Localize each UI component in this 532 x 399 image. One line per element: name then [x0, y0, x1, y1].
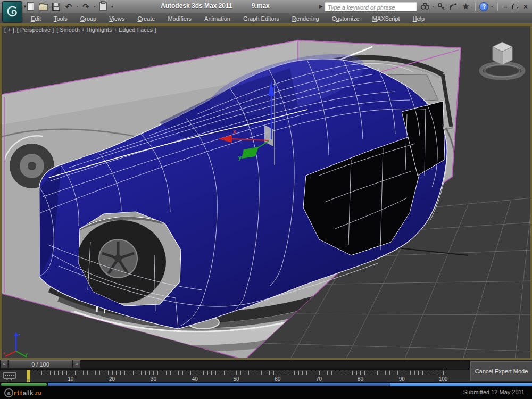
frame-tick-70: 70: [316, 376, 322, 382]
binoculars-icon: [421, 3, 429, 10]
clipboard-icon: [99, 2, 107, 11]
search-collapse-arrow[interactable]: ▶: [319, 4, 323, 9]
title-bar: ↶ ▪ ↷ ▪ ▾ Autodesk 3ds Max 2011 9.max ▶ …: [0, 0, 532, 13]
footer-bar: a rtt alk .ru Submitted 12 May 2011: [0, 387, 532, 399]
progress-strip: [0, 382, 532, 387]
progress-bright-blue-segment: [390, 383, 532, 386]
ruler-end-line: [443, 369, 470, 369]
new-document-icon: [27, 2, 34, 11]
key-icon: [437, 3, 445, 11]
watermark-part2: alk: [23, 389, 34, 397]
menu-item-graph-editors[interactable]: Graph Editors: [237, 14, 286, 23]
gizmo-y-label: y: [238, 154, 242, 161]
application-menu-button[interactable]: [2, 1, 22, 22]
menu-item-group[interactable]: Group: [74, 14, 103, 23]
redo-dropdown[interactable]: ▪: [94, 5, 95, 9]
search-input[interactable]: [325, 3, 417, 12]
tripod-x-label: x: [3, 351, 5, 355]
time-slider-handle[interactable]: 0 / 100: [9, 360, 72, 368]
search-button[interactable]: [420, 2, 430, 11]
gizmo-z-label: z: [273, 83, 277, 89]
frame-tick-20: 20: [109, 376, 115, 382]
frame-tick-90: 90: [399, 376, 405, 382]
menu-item-create[interactable]: Create: [131, 14, 161, 23]
document-name: 9.max: [252, 2, 270, 10]
cancel-expert-mode-button[interactable]: Cancel Expert Mode: [470, 361, 532, 381]
close-button[interactable]: ×: [522, 3, 529, 10]
previous-frame-button[interactable]: <: [1, 360, 8, 368]
time-slider-row: < 0 / 100 >: [0, 360, 532, 369]
frame-tick-10: 10: [68, 376, 73, 382]
undo-button[interactable]: ↶: [64, 2, 73, 11]
favorites-button[interactable]: ★: [461, 2, 470, 11]
redo-icon: ↷: [82, 3, 89, 11]
search-dropdown[interactable]: ▪: [433, 5, 434, 9]
frame-tick-40: 40: [192, 376, 198, 382]
watermark-part1: rtt: [14, 389, 23, 397]
save-floppy-icon: [52, 3, 60, 11]
communication-center-button[interactable]: [448, 2, 458, 11]
menu-item-customize[interactable]: Customize: [326, 14, 366, 23]
gizmo-x-label: x: [233, 128, 237, 135]
3dsmax-logo-icon: [4, 4, 20, 20]
frame-tick-30: 30: [151, 376, 156, 382]
menu-item-modifiers[interactable]: Modifiers: [161, 14, 198, 23]
viewport-scene[interactable]: z x y z x y: [0, 24, 532, 360]
watermark-circle-a: a: [4, 388, 13, 397]
tripod-y-label: y: [26, 352, 28, 356]
frame-tick-60: 60: [275, 376, 280, 382]
paste-dropdown-caret[interactable]: ▾: [111, 4, 113, 9]
menu-bar: EditToolsGroupViewsCreateModifiersAnimat…: [0, 13, 532, 24]
redo-button[interactable]: ↷: [81, 2, 90, 11]
frame-tick-100: 100: [439, 376, 448, 382]
next-frame-button[interactable]: >: [73, 360, 80, 368]
subscription-button[interactable]: [436, 2, 446, 11]
tripod-z-label: z: [18, 332, 20, 337]
menu-item-help[interactable]: Help: [406, 14, 431, 23]
track-bar-ruler[interactable]: 102030405060708090100: [0, 370, 470, 383]
app-title: Autodesk 3ds Max 2011: [161, 2, 232, 10]
toolbar-separator: [475, 2, 475, 11]
menu-item-tools[interactable]: Tools: [47, 14, 74, 23]
viewport-menu-view[interactable]: [ Perspective ]: [17, 27, 54, 33]
progress-blue-segment: [48, 383, 390, 386]
save-file-button[interactable]: [51, 2, 61, 11]
restore-button[interactable]: [512, 3, 519, 10]
menu-item-animation[interactable]: Animation: [198, 14, 237, 23]
menu-item-rendering[interactable]: Rendering: [286, 14, 326, 23]
viewport-menu-shading[interactable]: [ Smooth + Highlights + Edged Faces ]: [56, 27, 156, 33]
track-bar: 102030405060708090100 0: [0, 369, 532, 383]
menu-item-views[interactable]: Views: [103, 14, 131, 23]
application-window: ↶ ▪ ↷ ▪ ▾ Autodesk 3ds Max 2011 9.max ▶ …: [0, 0, 532, 399]
submitted-date: Submitted 12 May 2011: [463, 389, 525, 395]
minimize-button[interactable]: –: [502, 3, 509, 10]
restore-icon: [512, 4, 518, 9]
viewport-label: [ + ] [ Perspective ] [ Smooth + Highlig…: [4, 27, 156, 33]
help-dropdown[interactable]: ▪: [491, 5, 492, 9]
watermark-logo: a rtt alk .ru: [4, 388, 41, 397]
satellite-dish-icon: [449, 3, 458, 11]
progress-green-segment: [1, 383, 47, 386]
app-menu-caret: ▼: [23, 4, 27, 9]
current-frame-marker[interactable]: 0: [27, 370, 30, 383]
frame-tick-80: 80: [358, 376, 363, 382]
undo-dropdown[interactable]: ▪: [77, 5, 78, 9]
toolbar-separator-2: [497, 2, 497, 11]
undo-icon: ↶: [65, 3, 72, 11]
menu-item-maxscript[interactable]: MAXScript: [366, 14, 406, 23]
open-file-button[interactable]: [38, 2, 48, 11]
paste-button[interactable]: [98, 2, 108, 11]
infocenter-search: [325, 2, 417, 12]
viewport-menu-plus[interactable]: [ + ]: [4, 27, 14, 33]
menu-item-edit[interactable]: Edit: [24, 14, 47, 23]
frame-tick-50: 50: [233, 376, 239, 382]
watermark-tld: .ru: [35, 390, 41, 396]
open-folder-icon: [39, 4, 48, 11]
window-title: Autodesk 3ds Max 2011 9.max: [161, 2, 270, 10]
help-button[interactable]: ?: [479, 2, 488, 11]
star-icon: ★: [462, 3, 469, 10]
